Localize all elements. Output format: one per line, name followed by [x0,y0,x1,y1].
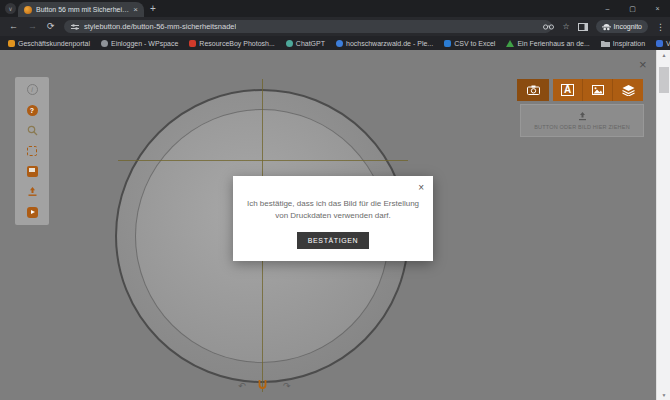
folder-icon [601,40,610,47]
confirm-button[interactable]: BESTÄTIGEN [297,232,369,249]
minimize-button[interactable]: – [595,0,620,17]
horizontal-guide-line [118,160,408,161]
bookmark-label: hochschwarzwald.de - Ple... [346,40,433,47]
bookmark-item[interactable]: Ein Ferienhaus an de... [506,40,589,47]
bookmark-favicon-icon [444,40,451,47]
maximize-button[interactable]: ▢ [620,0,645,17]
button-designer-page: × i ? [0,50,656,400]
bookmark-favicon-icon [8,40,15,47]
dialog-message: Ich bestätige, dass ich das Bild für die… [246,198,420,223]
pin-position-icon[interactable] [257,379,268,391]
tab-search-button[interactable]: ∨ [5,3,16,14]
window-controls: – ▢ × [595,0,670,17]
scrollbar-thumb[interactable] [659,67,669,93]
bookmark-favicon-icon [189,40,196,47]
camera-icon [527,85,540,95]
text-tool-icon: A [561,84,574,96]
bookmark-label: Geschäftskundenportal [18,40,90,47]
back-button[interactable]: ← [9,22,18,31]
incognito-spy-icon [602,23,611,31]
new-tab-button[interactable]: + [150,3,156,14]
dropzone-label: BUTTON ODER BILD HIER ZIEHEN [534,124,630,130]
rotate-right-icon[interactable]: ↷ [283,381,291,391]
scroll-up-icon[interactable]: ▲ [657,52,670,58]
bookmark-item[interactable]: ChatGPT [286,40,325,47]
designer-close-icon[interactable]: × [639,58,647,71]
bookmark-item[interactable]: Geschäftskundenportal [8,40,90,47]
bookmark-label: VersandBauteil [666,40,670,47]
bookmark-favicon-icon [506,40,514,47]
bookmark-item[interactable]: hochschwarzwald.de - Ple... [336,40,433,47]
bookmark-item[interactable]: CSV to Excel [444,40,495,47]
selection-area-icon[interactable] [27,146,37,156]
tab-text[interactable]: A [553,79,583,101]
bookmark-favicon-icon [336,40,343,47]
incognito-label: Incognito [614,23,642,30]
reload-button[interactable]: ⟳ [47,22,55,31]
bookmark-favicon-icon [286,40,293,47]
scroll-down-icon[interactable]: ▼ [657,392,670,398]
side-panel-icon[interactable] [578,23,588,31]
left-tool-palette: i ? [15,77,49,225]
browser-menu-icon[interactable]: ⋮ [656,22,665,32]
help-icon[interactable]: ? [27,105,38,116]
tab-image[interactable] [583,79,613,101]
upload-icon[interactable] [27,186,38,197]
browser-tab[interactable]: Button 56 mm mit Sicherheitsnad... × [18,2,144,17]
page-scrollbar[interactable]: ▲ ▼ [656,50,670,400]
incognito-badge[interactable]: Incognito [596,20,648,33]
bookmark-item[interactable]: VersandBauteil [656,40,670,47]
bookmark-favicon-icon [656,40,663,47]
bookmark-label: ChatGPT [296,40,325,47]
bookmarks-bar: Geschäftskundenportal Einloggen - WPspac… [0,36,670,50]
bookmark-label: Einloggen - WPspace [111,40,178,47]
bookmark-star-icon[interactable]: ☆ [562,22,569,31]
site-settings-icon[interactable] [71,23,79,31]
tab-close-icon[interactable]: × [133,5,138,14]
confirm-dialog: × Ich bestätige, dass ich das Bild für d… [233,176,433,261]
bookmark-label: Ein Ferienhaus an de... [517,40,589,47]
save-icon[interactable] [27,166,38,177]
designer-mode-tabs: A [553,79,643,101]
video-icon[interactable] [27,207,38,218]
site-favicon-icon [24,6,32,14]
image-dropzone[interactable]: BUTTON ODER BILD HIER ZIEHEN [520,104,644,137]
window-close-button[interactable]: × [645,0,670,17]
browser-window: ∨ Button 56 mm mit Sicherheitsnad... × +… [0,0,670,400]
url-text[interactable]: stylebutton.de/button-56-mm-sicherheitsn… [84,22,236,31]
bookmark-label: CSV to Excel [454,40,495,47]
rotate-left-icon[interactable]: ↶ [238,381,246,391]
layers-icon [622,85,635,96]
info-icon[interactable]: i [27,84,38,95]
bookmark-label: Inspiration [613,40,645,47]
bookmark-item[interactable]: ResourceBoy Photosh... [189,40,275,47]
tab-photo[interactable] [517,79,549,101]
navbar-right-icons: ☆ Incognito ⋮ [543,17,665,36]
bookmark-favicon-icon [101,40,108,47]
dialog-close-icon[interactable]: × [418,182,424,193]
image-icon [592,85,604,95]
bookmark-folder[interactable]: Inspiration [601,40,645,47]
browser-titlebar: ∨ Button 56 mm mit Sicherheitsnad... × +… [0,0,670,17]
tab-layers[interactable] [613,79,643,101]
tab-title: Button 56 mm mit Sicherheitsnad... [36,6,129,13]
bookmark-item[interactable]: Einloggen - WPspace [101,40,178,47]
address-bar[interactable]: stylebutton.de/button-56-mm-sicherheitsn… [64,20,552,33]
zoom-icon[interactable] [27,125,38,136]
bookmark-label: ResourceBoy Photosh... [199,40,275,47]
glasses-icon[interactable] [543,23,554,30]
dropzone-upload-icon [578,112,587,121]
forward-button[interactable]: → [28,22,37,31]
